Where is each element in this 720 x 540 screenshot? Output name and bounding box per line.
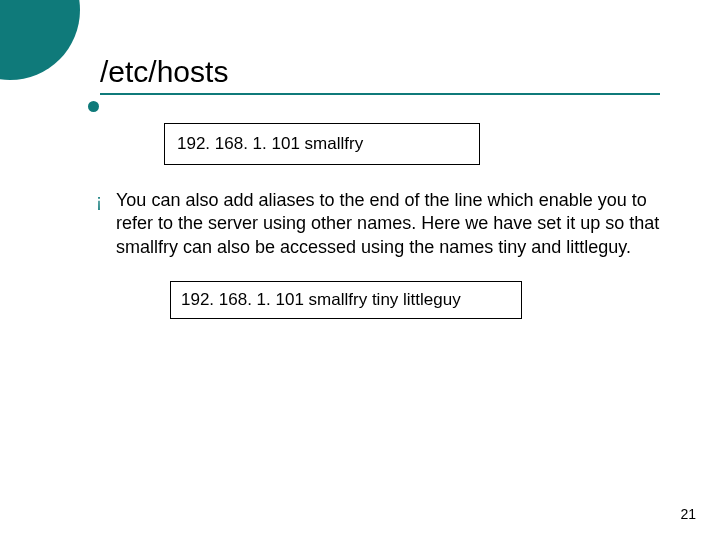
slide-title: /etc/hosts bbox=[100, 55, 660, 89]
title-underline bbox=[100, 93, 660, 95]
bullet-row: ¡ You can also add aliases to the end of… bbox=[100, 189, 660, 259]
body-text: You can also add aliases to the end of t… bbox=[116, 189, 660, 259]
code-box-primary: 192. 168. 1. 101 smallfry bbox=[164, 123, 480, 165]
decorative-dot bbox=[88, 101, 99, 112]
bullet-icon: ¡ bbox=[96, 189, 102, 213]
code-box-aliases: 192. 168. 1. 101 smallfry tiny littleguy bbox=[170, 281, 522, 319]
decorative-circle bbox=[0, 0, 80, 80]
slide-content: /etc/hosts 192. 168. 1. 101 smallfry ¡ Y… bbox=[100, 55, 660, 319]
page-number: 21 bbox=[680, 506, 696, 522]
